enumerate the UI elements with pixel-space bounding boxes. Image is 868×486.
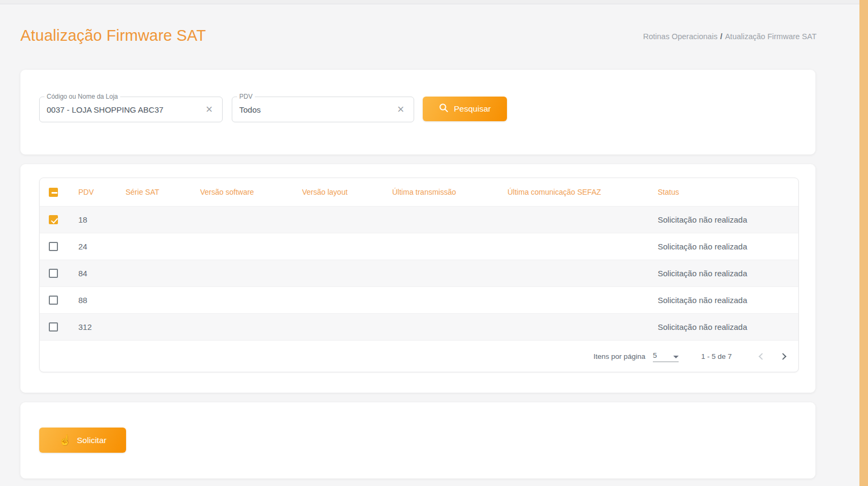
column-header-serie-sat[interactable]: Série SAT (126, 188, 200, 196)
breadcrumb-separator: / (720, 32, 722, 41)
column-header-ultima-comunicacao-sefaz[interactable]: Última comunicação SEFAZ (507, 188, 658, 196)
column-header-status[interactable]: Status (658, 188, 798, 196)
cell-pdv: 24 (78, 242, 126, 251)
store-code-field[interactable]: Código ou Nome da Loja 0037 - LOJA SHOPP… (39, 97, 223, 122)
action-card: ☝ Solicitar (20, 402, 815, 478)
tap-icon: ☝ (59, 435, 72, 445)
page-title: Atualização Firmware SAT (20, 27, 206, 45)
next-page-icon[interactable] (779, 353, 786, 360)
table-row: 88 Solicitação não realizada (40, 286, 798, 313)
search-button-label: Pesquisar (454, 104, 491, 114)
row-checkbox[interactable] (49, 269, 58, 278)
breadcrumb: Rotinas Operacionais/Atualização Firmwar… (643, 32, 816, 41)
breadcrumb-parent-link[interactable]: Rotinas Operacionais (643, 32, 718, 41)
items-per-page-select[interactable]: 5 (653, 351, 679, 362)
breadcrumb-current: Atualização Firmware SAT (725, 32, 816, 41)
page-top-strip (0, 0, 868, 4)
items-per-page-label: Itens por página (593, 352, 645, 360)
column-header-pdv[interactable]: PDV (78, 188, 126, 196)
pagination-range-label: 1 - 5 de 7 (701, 352, 732, 360)
page-scrollbar[interactable] (859, 0, 868, 486)
cell-pdv: 88 (78, 296, 126, 305)
results-table: PDV Série SAT Versão software Versão lay… (39, 178, 799, 372)
row-checkbox[interactable] (49, 215, 58, 224)
store-code-field-value[interactable]: 0037 - LOJA SHOPPING ABC37 (47, 97, 164, 122)
table-row: 18 Solicitação não realizada (40, 206, 798, 233)
previous-page-icon[interactable] (759, 353, 766, 360)
cell-status: Solicitação não realizada (658, 269, 798, 278)
column-header-versao-software[interactable]: Versão software (200, 188, 302, 196)
table-header-row: PDV Série SAT Versão software Versão lay… (40, 178, 798, 206)
items-per-page-value: 5 (653, 351, 657, 359)
cell-status: Solicitação não realizada (658, 215, 798, 224)
request-button-label: Solicitar (77, 436, 106, 445)
column-header-ultima-transmissao[interactable]: Última transmissão (392, 188, 507, 196)
store-code-clear-icon[interactable]: × (202, 97, 217, 122)
row-checkbox[interactable] (49, 242, 58, 251)
cell-pdv: 18 (78, 215, 126, 224)
row-checkbox[interactable] (49, 322, 58, 332)
pdv-field-value[interactable]: Todos (239, 97, 261, 122)
cell-status: Solicitação não realizada (658, 296, 798, 305)
search-icon (439, 103, 448, 115)
table-row: 24 Solicitação não realizada (40, 233, 798, 260)
column-header-versao-layout[interactable]: Versão layout (302, 188, 392, 196)
filter-card: Código ou Nome da Loja 0037 - LOJA SHOPP… (20, 70, 815, 154)
cell-pdv: 312 (78, 322, 126, 332)
search-button[interactable]: Pesquisar (423, 97, 507, 121)
table-row: 312 Solicitação não realizada (40, 313, 798, 340)
chevron-down-icon (673, 356, 679, 358)
pdv-field[interactable]: PDV Todos × (232, 97, 414, 122)
table-row: 84 Solicitação não realizada (40, 260, 798, 286)
pdv-clear-icon[interactable]: × (393, 97, 408, 122)
cell-status: Solicitação não realizada (658, 242, 798, 251)
cell-pdv: 84 (78, 269, 126, 278)
row-checkbox[interactable] (49, 296, 58, 305)
request-button[interactable]: ☝ Solicitar (39, 428, 126, 453)
select-all-checkbox[interactable] (49, 188, 58, 197)
pagination-bar: Itens por página 5 1 - 5 de 7 (40, 340, 798, 372)
cell-status: Solicitação não realizada (658, 322, 798, 332)
results-card: PDV Série SAT Versão software Versão lay… (20, 164, 815, 393)
